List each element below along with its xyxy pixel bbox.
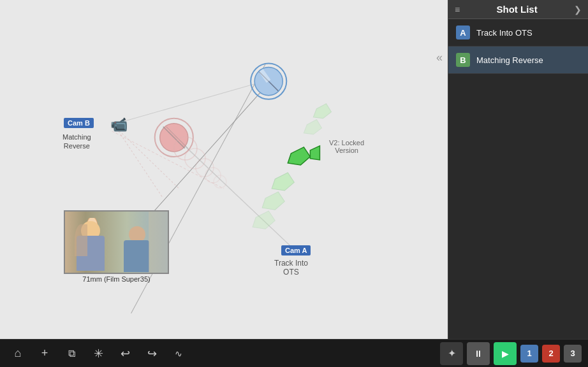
play-button[interactable]: ▶ <box>494 342 517 365</box>
undo-icon: ↩ <box>121 347 130 361</box>
svg-point-15 <box>254 68 283 96</box>
layers-button[interactable]: ⧉ <box>60 342 83 365</box>
svg-line-1 <box>182 144 298 252</box>
play-icon: ▶ <box>502 349 509 359</box>
svg-marker-20 <box>272 173 294 191</box>
panel-arrow[interactable]: ❯ <box>574 4 582 15</box>
cam-b-camera-icon[interactable]: 📹 <box>110 117 128 133</box>
undo-button[interactable]: ↩ <box>114 342 136 365</box>
svg-line-27 <box>117 128 163 198</box>
svg-line-17 <box>261 71 268 82</box>
puzzle-button[interactable]: ✦ <box>440 342 463 365</box>
home-button[interactable]: ⌂ <box>6 342 29 365</box>
canvas-area: 📹 Cam B MatchingReverse Cam A Track Into… <box>0 0 448 339</box>
cam-b-sub-label: MatchingReverse <box>62 133 91 151</box>
shot-label-b: B <box>456 53 470 67</box>
shot-item-b[interactable]: B Matching Reverse <box>448 47 588 74</box>
svg-marker-21 <box>262 192 284 210</box>
pause-icon: ⏸ <box>474 349 483 359</box>
shot-name-a: Track Into OTS <box>476 28 533 38</box>
svg-line-25 <box>112 131 224 189</box>
svg-line-16 <box>259 72 278 91</box>
svg-point-14 <box>251 64 286 99</box>
snowflake-button[interactable]: ✳ <box>87 342 110 365</box>
thumbnail-label: 71mm (Film Super35) <box>64 275 169 339</box>
add-button[interactable]: + <box>33 342 56 365</box>
svg-point-13 <box>214 175 226 188</box>
svg-point-11 <box>196 159 214 176</box>
v2-label: V2: LockedVersion <box>329 139 364 154</box>
puzzle-icon: ✦ <box>448 347 456 359</box>
cam-b-label-text: Cam B <box>68 119 90 127</box>
add-icon: + <box>41 347 48 360</box>
pause-button[interactable]: ⏸ <box>467 342 490 365</box>
svg-line-26 <box>117 128 179 189</box>
collapse-chevron[interactable]: « <box>436 51 443 64</box>
home-icon: ⌂ <box>15 347 22 360</box>
num2-label: 2 <box>548 349 553 358</box>
svg-point-6 <box>160 124 188 152</box>
redo-button[interactable]: ↪ <box>140 342 163 365</box>
cam-a-label-box: Cam A <box>281 245 311 255</box>
redo-icon: ↪ <box>147 347 157 361</box>
svg-marker-19 <box>310 146 320 160</box>
cam-a-sub-label: Track IntoOTS <box>274 259 308 277</box>
svg-line-2 <box>170 131 298 253</box>
shot-label-a: A <box>456 25 470 40</box>
num1-button[interactable]: 1 <box>520 345 538 363</box>
svg-point-5 <box>155 119 193 157</box>
cam-b-label-box: Cam B <box>64 118 94 128</box>
panel-title: Shot List <box>465 4 569 15</box>
cam-thumbnail[interactable] <box>64 210 169 274</box>
right-panel: ≡ Shot List ❯ A Track Into OTS B Matchin… <box>448 0 588 339</box>
num1-label: 1 <box>527 349 531 358</box>
svg-point-10 <box>185 148 205 169</box>
svg-line-8 <box>166 127 188 148</box>
svg-line-7 <box>163 127 185 148</box>
panel-header: ≡ Shot List ❯ <box>448 0 588 19</box>
gesture-button[interactable]: ∿ <box>167 342 190 365</box>
svg-line-3 <box>112 80 269 125</box>
num3-button[interactable]: 3 <box>564 345 582 363</box>
svg-point-9 <box>174 137 197 160</box>
cam-a-label-text: Cam A <box>285 247 307 254</box>
layers-icon: ⧉ <box>68 348 75 359</box>
gesture-icon: ∿ <box>175 349 182 359</box>
shot-name-b: Matching Reverse <box>476 55 543 65</box>
svg-marker-23 <box>313 104 331 119</box>
shot-item-a[interactable]: A Track Into OTS <box>448 19 588 47</box>
snowflake-icon: ✳ <box>94 347 103 361</box>
svg-marker-18 <box>288 147 310 165</box>
num2-button[interactable]: 2 <box>542 345 560 363</box>
num3-label: 3 <box>570 349 575 358</box>
svg-marker-22 <box>253 211 275 229</box>
panel-icon: ≡ <box>455 4 460 15</box>
shot-list: A Track Into OTS B Matching Reverse <box>448 19 588 339</box>
bottom-toolbar: ⌂ + ⧉ ✳ ↩ ↪ ∿ ✦ ⏸ ▶ 1 2 3 <box>0 339 588 367</box>
svg-point-12 <box>205 168 221 183</box>
svg-marker-24 <box>304 120 321 134</box>
